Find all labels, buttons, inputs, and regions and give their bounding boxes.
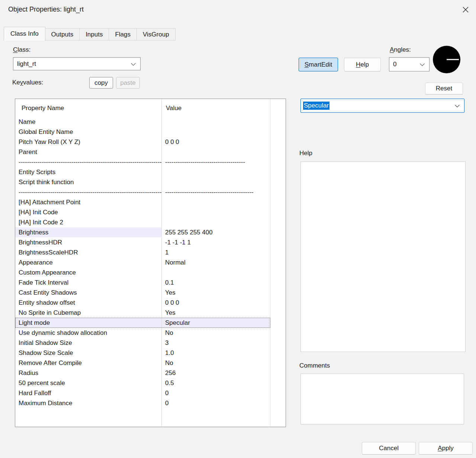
cancel-button[interactable]: Cancel: [362, 442, 416, 455]
property-value-cell: [161, 147, 270, 157]
table-row[interactable]: Brightness255 255 255 400: [15, 227, 286, 237]
property-value-cell: Normal: [161, 257, 270, 268]
property-name-cell: [HA] Attachment Point: [15, 197, 161, 207]
table-row[interactable]: BrightnessScaleHDR1: [15, 247, 286, 257]
table-row[interactable]: 50 percent scale0.5: [15, 378, 286, 388]
property-value-cell: [161, 167, 270, 177]
table-row[interactable]: [HA] Init Code: [15, 207, 286, 217]
property-name-cell: Hard Falloff: [15, 388, 161, 398]
property-value-cell: [161, 207, 270, 217]
property-value-cell: 0.1: [161, 278, 270, 288]
property-name-header: Property Name: [22, 105, 64, 112]
table-row[interactable]: Cast Entity ShadowsYes: [15, 288, 286, 298]
property-value-cell: 256: [161, 368, 270, 378]
property-value-cell: [161, 117, 270, 127]
property-name-cell: Brightness: [15, 227, 161, 237]
property-name-cell: Appearance: [15, 257, 161, 268]
property-name-cell: Global Entity Name: [15, 127, 161, 137]
angles-dropdown-value: 0: [393, 61, 396, 68]
property-name-cell: [HA] Init Code: [15, 207, 161, 217]
apply-button[interactable]: Apply: [419, 442, 473, 455]
table-row[interactable]: Shadow Size Scale1.0: [15, 348, 286, 358]
property-value-cell: 1.0: [161, 348, 270, 358]
help-section-label: Help: [299, 150, 312, 157]
property-name-cell: Custom Appearance: [15, 268, 161, 278]
property-name-cell: Fade Tick Interval: [15, 278, 161, 288]
property-value-cell: Yes: [161, 288, 270, 298]
property-value-cell: ----------------------------------------…: [161, 187, 270, 197]
property-name-cell: No Sprite in Cubemap: [15, 308, 161, 318]
column-divider: [270, 99, 270, 427]
table-row[interactable]: Parent: [15, 147, 286, 157]
property-value-cell: 1: [161, 247, 270, 257]
value-header: Value: [166, 105, 181, 112]
comments-input[interactable]: [300, 374, 464, 425]
window-title: Object Properties: light_rt: [8, 6, 84, 13]
angles-dropdown[interactable]: 0: [389, 57, 430, 71]
property-name-cell: ----------------------------------------…: [15, 157, 161, 167]
table-row[interactable]: Initial Shadow Size3: [15, 338, 286, 348]
tab-strip: Class InfoOutputsInputsFlagsVisGroup: [4, 27, 176, 41]
value-dropdown[interactable]: Specular: [300, 99, 464, 113]
property-name-cell: Radius: [15, 368, 161, 378]
smartedit-button[interactable]: SmartEdit: [299, 58, 338, 71]
table-row[interactable]: Name: [15, 117, 286, 127]
property-name-cell: 50 percent scale: [15, 378, 161, 388]
table-divider-row: ----------------------------------------…: [15, 157, 286, 167]
table-row[interactable]: [HA] Init Code 2: [15, 217, 286, 227]
table-row[interactable]: Global Entity Name: [15, 127, 286, 137]
property-name-cell: [HA] Init Code 2: [15, 217, 161, 227]
property-value-cell: [161, 177, 270, 187]
property-name-cell: Script think function: [15, 177, 161, 187]
table-row[interactable]: Script think function: [15, 177, 286, 187]
property-value-cell: 0.5: [161, 378, 270, 388]
tab-outputs[interactable]: Outputs: [45, 28, 80, 41]
property-value-cell: Yes: [161, 308, 270, 318]
reset-button[interactable]: Reset: [425, 83, 463, 95]
table-row[interactable]: Remove After CompileNo: [15, 358, 286, 368]
tab-class-info[interactable]: Class Info: [4, 27, 45, 41]
property-value-cell: No: [161, 358, 270, 368]
tab-flags[interactable]: Flags: [109, 28, 137, 41]
help-button[interactable]: Help: [344, 58, 381, 71]
property-value-cell: -1 -1 -1 1: [161, 237, 270, 247]
keyvalues-label: Keyvalues:: [12, 79, 43, 86]
copy-button[interactable]: copy: [89, 77, 113, 89]
class-dropdown[interactable]: light_rt: [13, 57, 141, 70]
table-row[interactable]: Pitch Yaw Roll (X Y Z)0 0 0: [15, 137, 286, 147]
property-table: Property Name Value NameGlobal Entity Na…: [15, 99, 286, 427]
property-value-cell: 0 0 0: [161, 137, 270, 147]
tab-visgroup[interactable]: VisGroup: [136, 28, 176, 41]
angle-dial[interactable]: [433, 46, 460, 73]
table-row[interactable]: Use dynamic shadow allocationNo: [15, 328, 286, 338]
chevron-down-icon: [420, 61, 425, 66]
property-name-cell: Entity Scripts: [15, 167, 161, 177]
value-dropdown-value: Specular: [303, 102, 329, 110]
property-value-cell: [161, 268, 270, 278]
table-row[interactable]: Fade Tick Interval0.1: [15, 278, 286, 288]
table-row[interactable]: [HA] Attachment Point: [15, 197, 286, 207]
property-value-cell: Specular: [161, 318, 270, 328]
table-row[interactable]: Entity shadow offset0 0 0: [15, 298, 286, 308]
property-value-cell: [161, 197, 270, 207]
table-row[interactable]: No Sprite in CubemapYes: [15, 308, 286, 318]
close-icon[interactable]: [460, 4, 472, 15]
property-name-cell: Maximum Distance: [15, 398, 161, 408]
property-value-cell: 0 0 0: [161, 298, 270, 308]
table-row[interactable]: Custom Appearance: [15, 268, 286, 278]
angles-label: Angles:: [390, 46, 411, 54]
property-value-cell: [161, 217, 270, 227]
table-row[interactable]: Light modeSpecular: [15, 318, 286, 328]
column-divider: [161, 99, 162, 427]
table-row[interactable]: Hard Falloff0: [15, 388, 286, 398]
property-name-cell: Light mode: [15, 318, 161, 328]
property-name-cell: BrightnessScaleHDR: [15, 247, 161, 257]
table-row[interactable]: Entity Scripts: [15, 167, 286, 177]
property-name-cell: Initial Shadow Size: [15, 338, 161, 348]
table-row[interactable]: BrightnessHDR-1 -1 -1 1: [15, 237, 286, 247]
table-row[interactable]: Radius256: [15, 368, 286, 378]
table-row[interactable]: AppearanceNormal: [15, 257, 286, 268]
table-row[interactable]: Maximum Distance0: [15, 398, 286, 408]
tab-inputs[interactable]: Inputs: [79, 28, 109, 41]
paste-button: paste: [116, 77, 140, 89]
